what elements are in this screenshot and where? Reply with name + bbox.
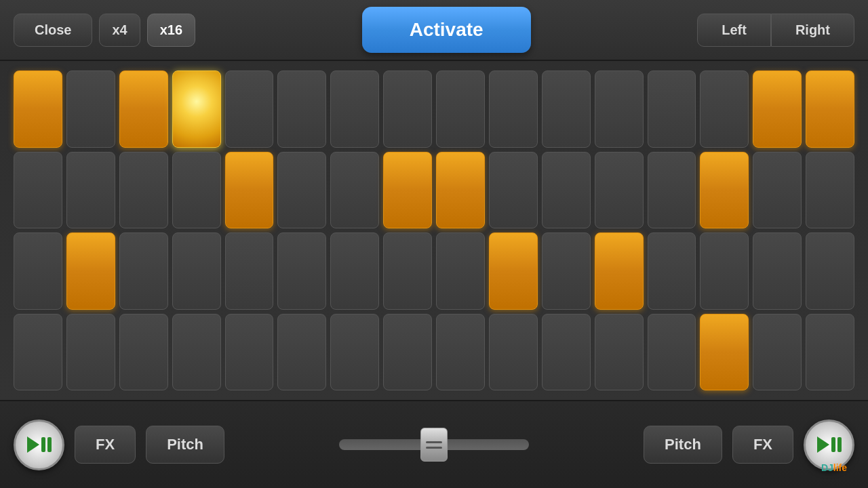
- grid-cell[interactable]: [542, 314, 591, 391]
- grid-cell[interactable]: [119, 152, 168, 229]
- grid-cell[interactable]: [753, 314, 802, 391]
- grid-cell[interactable]: [753, 232, 802, 310]
- grid-cell[interactable]: [14, 70, 62, 148]
- activate-button[interactable]: Activate: [362, 7, 531, 53]
- x4-button[interactable]: x4: [99, 14, 140, 47]
- grid-cell[interactable]: [436, 152, 485, 229]
- grid-cell[interactable]: [66, 232, 115, 310]
- grid-cell[interactable]: [806, 314, 854, 391]
- top-center-controls: Activate: [362, 7, 531, 53]
- grid-cell[interactable]: [753, 152, 802, 229]
- grid-cell[interactable]: [700, 70, 749, 148]
- close-button[interactable]: Close: [14, 14, 92, 47]
- grid-cell[interactable]: [14, 152, 62, 229]
- x16-button[interactable]: x16: [147, 14, 195, 47]
- right-button[interactable]: Right: [771, 14, 854, 47]
- thumb-line-2: [426, 447, 442, 449]
- grid-cell[interactable]: [119, 232, 168, 310]
- pitch-button-right[interactable]: Pitch: [644, 426, 722, 464]
- grid-cell[interactable]: [66, 70, 115, 148]
- grid-cell[interactable]: [14, 314, 62, 391]
- play-icon-left: [27, 436, 39, 453]
- grid-cell[interactable]: [595, 70, 644, 148]
- grid-cell[interactable]: [277, 152, 326, 229]
- pitch-button-left[interactable]: Pitch: [146, 426, 224, 464]
- pause-bar-1-left: [41, 437, 45, 452]
- grid-cell[interactable]: [330, 314, 379, 391]
- grid-cell[interactable]: [753, 70, 802, 148]
- grid-cell[interactable]: [383, 232, 432, 310]
- fx-button-left[interactable]: FX: [75, 426, 136, 464]
- fx-button-right[interactable]: FX: [732, 426, 793, 464]
- grid-cell[interactable]: [542, 152, 591, 229]
- grid-cell[interactable]: [436, 314, 485, 391]
- pause-icon-left: [41, 437, 52, 452]
- grid-cell[interactable]: [330, 70, 379, 148]
- play-pause-icon-left: [27, 436, 52, 453]
- grid-cell[interactable]: [119, 70, 168, 148]
- grid-cell[interactable]: [648, 152, 696, 229]
- grid-cell[interactable]: [225, 70, 274, 148]
- grid-cell[interactable]: [806, 70, 854, 148]
- grid-cell[interactable]: [66, 314, 115, 391]
- grid-cell[interactable]: [806, 232, 854, 310]
- grid-cell[interactable]: [648, 232, 696, 310]
- pause-bar-2-left: [47, 437, 52, 452]
- play-pause-button-left[interactable]: [14, 420, 64, 470]
- play-pause-icon-right: [817, 436, 842, 453]
- grid-cell[interactable]: [172, 152, 221, 229]
- grid-cell[interactable]: [119, 314, 168, 391]
- grid-cell[interactable]: [277, 70, 326, 148]
- grid-cell[interactable]: [595, 232, 644, 310]
- grid-cell[interactable]: [330, 152, 379, 229]
- grid-cell[interactable]: [436, 232, 485, 310]
- pause-icon-right: [831, 437, 842, 452]
- grid-cell[interactable]: [383, 70, 432, 148]
- pause-bar-1-right: [831, 437, 835, 452]
- left-button[interactable]: Left: [697, 14, 771, 47]
- grid-cell[interactable]: [225, 232, 274, 310]
- logo-text-life: life: [833, 462, 847, 473]
- grid-cell[interactable]: [542, 70, 591, 148]
- grid-cell[interactable]: [66, 152, 115, 229]
- grid-cell[interactable]: [277, 232, 326, 310]
- grid-cell[interactable]: [172, 314, 221, 391]
- grid-cell[interactable]: [172, 70, 221, 148]
- grid-container: [0, 61, 868, 400]
- play-icon-right: [817, 436, 829, 453]
- grid-cell[interactable]: [489, 152, 538, 229]
- pause-bar-2-right: [837, 437, 842, 452]
- grid-cell[interactable]: [489, 70, 538, 148]
- grid-cell[interactable]: [700, 152, 749, 229]
- grid-cell[interactable]: [700, 314, 749, 391]
- grid-cell[interactable]: [595, 152, 644, 229]
- grid-cell[interactable]: [648, 314, 696, 391]
- grid-cell[interactable]: [172, 232, 221, 310]
- logo-text-da: DJ: [821, 462, 833, 473]
- bottom-bar: FX Pitch Pitch FX: [0, 400, 868, 488]
- bottom-left-controls: FX Pitch: [14, 420, 224, 470]
- top-left-controls: Close x4 x16: [14, 14, 195, 47]
- logo-badge: DJ life: [807, 454, 861, 481]
- top-right-controls: Left Right: [697, 14, 854, 47]
- tempo-slider-track[interactable]: [339, 439, 529, 450]
- grid-cell[interactable]: [700, 232, 749, 310]
- tempo-slider-thumb[interactable]: [420, 428, 448, 462]
- grid-cell[interactable]: [277, 314, 326, 391]
- grid-cell[interactable]: [225, 152, 274, 229]
- grid-cell[interactable]: [14, 232, 62, 310]
- grid-cell[interactable]: [542, 232, 591, 310]
- top-bar: Close x4 x16 Activate Left Right: [0, 0, 868, 61]
- grid-cell[interactable]: [648, 70, 696, 148]
- grid-cell[interactable]: [595, 314, 644, 391]
- grid-cell[interactable]: [225, 314, 274, 391]
- grid-cell[interactable]: [383, 152, 432, 229]
- grid-cell[interactable]: [489, 314, 538, 391]
- grid-cell[interactable]: [806, 152, 854, 229]
- grid-cell[interactable]: [330, 232, 379, 310]
- grid-cell[interactable]: [383, 314, 432, 391]
- bottom-center-controls: [339, 439, 529, 450]
- thumb-line-1: [426, 441, 442, 443]
- grid-cell[interactable]: [489, 232, 538, 310]
- grid-cell[interactable]: [436, 70, 485, 148]
